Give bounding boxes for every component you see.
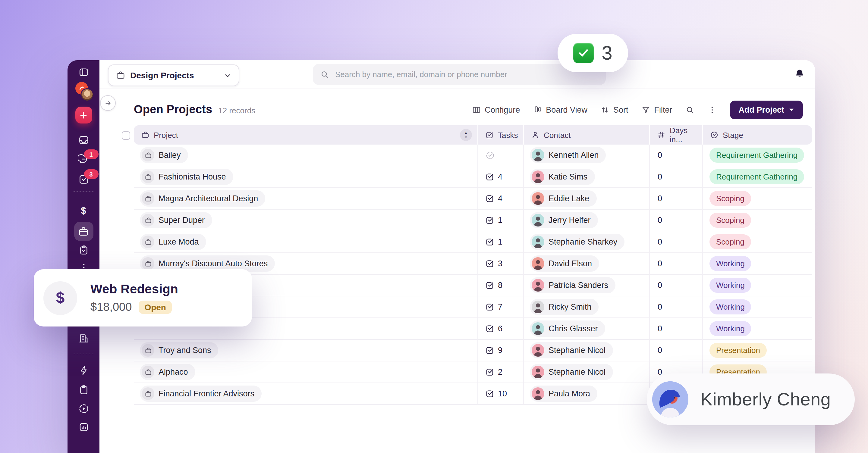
project-chip[interactable]: Financial Frontier Advisors [140,386,261,402]
tasks-icon[interactable]: 3 [78,173,89,185]
stage-pill[interactable]: Working [710,278,751,293]
contact-chip[interactable]: Kenneth Allen [530,147,606,163]
days-cell[interactable]: 0 [650,144,703,166]
contact-chip[interactable]: Stephanie Nicol [530,364,613,380]
panel-toggle-icon[interactable] [78,67,89,78]
project-chip[interactable]: Troy and Sons [140,342,218,358]
project-chip[interactable]: Alphaco [140,364,195,380]
tasks-cell[interactable]: 4 [478,166,524,187]
tasks-cell[interactable]: 1 [478,209,524,231]
tasks-cell[interactable]: 3 [478,253,524,274]
contact-cell: David Elson [524,253,650,274]
stage-pill[interactable]: Scoping [710,191,751,206]
lightning-icon[interactable] [78,365,89,376]
add-project-button[interactable]: Add Project [730,100,803,119]
contact-chip[interactable]: Eddie Lake [530,190,596,206]
more-options-button[interactable] [708,105,717,114]
tasks-cell[interactable]: 1 [478,231,524,252]
select-all-checkbox[interactable] [122,131,130,140]
project-chip[interactable]: Magna Architectural Design [140,190,265,206]
contact-chip[interactable]: Patricia Sanders [530,277,615,293]
workspace-switcher[interactable]: Design Projects [108,64,239,86]
project-chip[interactable]: Luxe Moda [140,234,206,250]
project-chip[interactable]: Bailey [140,147,188,163]
column-header-stage[interactable]: Stage [703,125,812,144]
days-cell[interactable]: 0 [650,166,703,187]
global-search[interactable] [313,64,606,85]
sidebar-rail: 1 3 $ [67,60,99,453]
column-header-contact[interactable]: Contact [524,125,650,144]
table-row[interactable]: Bailey Kenneth Allen 0 Requirement Gathe… [134,144,812,166]
days-cell[interactable]: 0 [650,275,703,296]
contact-chip[interactable]: Paula Mora [530,386,597,402]
play-circle-icon[interactable] [78,403,89,415]
stage-pill[interactable]: Working [710,256,751,271]
tasks-count: 2 [498,367,502,377]
contact-avatar [532,387,544,400]
person-avatar [652,381,688,417]
stage-pill[interactable]: Working [710,299,751,315]
stage-pill[interactable]: Requirement Gathering [710,169,804,184]
search-input[interactable] [334,69,598,79]
contact-cell: Stephanie Nicol [524,340,650,361]
project-chip[interactable]: Super Duper [140,212,212,228]
days-cell[interactable]: 0 [650,296,703,318]
briefcase-icon [142,214,154,226]
stage-pill[interactable]: Working [710,321,751,336]
add-button[interactable] [75,107,92,124]
tasks-cell[interactable]: 6 [478,318,524,339]
column-header-project[interactable]: Project ▲▼ [134,125,478,144]
table-row[interactable]: Magna Architectural Design 4 Eddie Lake … [134,188,812,209]
days-cell[interactable]: 0 [650,209,703,231]
contact-chip[interactable]: Katie Sims [530,169,595,185]
table-row[interactable]: Fashionista House 4 Katie Sims 0 Require… [134,166,812,188]
column-header-days[interactable]: Days in... [650,125,703,144]
column-header-tasks[interactable]: Tasks [478,125,524,144]
contact-chip[interactable]: Jerry Helfer [530,212,598,228]
view-search-button[interactable] [685,105,694,114]
stage-pill[interactable]: Requirement Gathering [710,148,804,163]
days-cell[interactable]: 0 [650,188,703,209]
board-view-button[interactable]: Board View [533,105,587,114]
contact-avatar [532,279,544,292]
stage-pill[interactable]: Presentation [710,343,767,358]
clipboard-check-icon[interactable] [78,245,89,255]
notification-bell-icon[interactable] [794,68,805,82]
reports-icon[interactable] [78,422,89,432]
stage-pill[interactable]: Scoping [710,234,751,249]
contact-chip[interactable]: Stephanie Sharkey [530,234,624,250]
contact-chip[interactable]: Stephanie Nicol [530,342,613,358]
deals-icon[interactable]: $ [81,205,86,216]
days-cell[interactable]: 0 [650,318,703,339]
days-cell[interactable]: 0 [650,340,703,361]
deal-amount: $18,000 [90,300,132,314]
tasks-cell[interactable]: 9 [478,340,524,361]
contact-chip[interactable]: Ricky Smith [530,299,599,315]
tasks-cell[interactable]: 10 [478,383,524,404]
table-row[interactable]: Luxe Moda 1 Stephanie Sharkey 0 Scoping [134,231,812,253]
tasks-cell[interactable]: 4 [478,188,524,209]
contact-chip[interactable]: Chris Glasser [530,321,605,337]
stage-pill[interactable]: Scoping [710,213,751,228]
configure-button[interactable]: Configure [472,105,520,114]
projects-item-selected[interactable] [74,222,93,241]
chat-icon[interactable]: 1 [78,154,89,165]
tasks-cell[interactable]: 7 [478,296,524,318]
tasks-cell[interactable]: 8 [478,275,524,296]
clipboard-icon[interactable] [78,384,89,395]
days-cell[interactable]: 0 [650,253,703,274]
days-cell[interactable]: 0 [650,231,703,252]
project-chip[interactable]: Fashionista House [140,169,233,185]
company-icon[interactable] [78,332,89,344]
inbox-icon[interactable] [78,134,89,146]
table-row[interactable]: Super Duper 1 Jerry Helfer 0 Scoping [134,209,812,231]
add-project-label: Add Project [738,105,784,114]
filter-button[interactable]: Filter [641,105,672,114]
workspace-logo[interactable] [76,84,91,99]
sort-indicator[interactable]: ▲▼ [460,129,472,141]
tasks-cell[interactable] [478,144,524,166]
table-row[interactable]: Troy and Sons 9 Stephanie Nicol 0 Presen… [134,340,812,361]
contact-chip[interactable]: David Elson [530,255,599,272]
sort-button[interactable]: Sort [601,105,628,114]
tasks-cell[interactable]: 2 [478,361,524,383]
